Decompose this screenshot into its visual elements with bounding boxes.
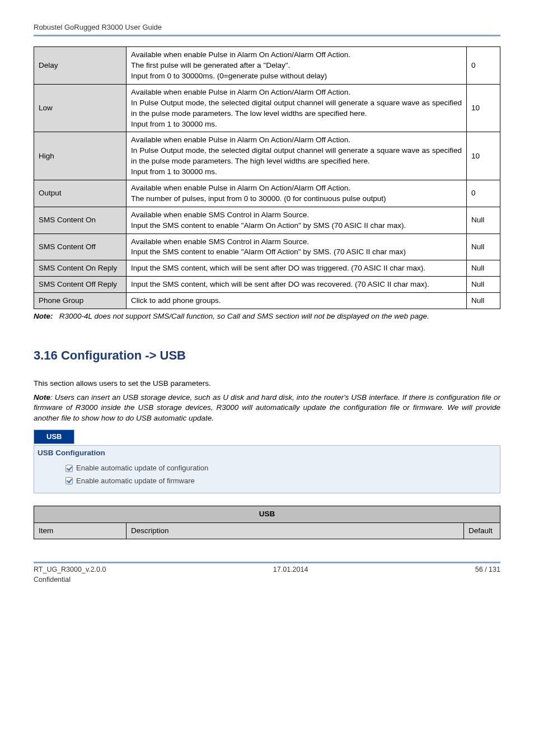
usb-tab[interactable]: USB [34, 430, 74, 444]
usb-table: USB Item Description Default [34, 506, 500, 540]
row-default: 0 [467, 47, 500, 85]
row-label: High [34, 132, 127, 180]
row-label: Low [34, 84, 127, 132]
table-row: Low Available when enable Pulse in Alarm… [34, 84, 500, 132]
checkbox-icon[interactable] [65, 477, 73, 484]
row-label: SMS Content On [34, 207, 127, 234]
table-row: Delay Available when enable Pulse in Ala… [34, 47, 500, 85]
note-text: Note: R3000-4L does not support SMS/Call… [34, 311, 500, 322]
row-desc: Available when enable Pulse in Alarm On … [127, 47, 467, 85]
row-default: Null [467, 277, 500, 293]
usb-tab-row: USB [34, 430, 500, 444]
header-rule [34, 35, 500, 36]
usb-config-title: USB Configuration [38, 448, 496, 459]
usb-table-subheader-row: Item Description Default [34, 522, 500, 539]
row-desc: Available when enable SMS Control in Ala… [127, 234, 467, 260]
footer-version: RT_UG_R3000_v.2.0.0 [34, 566, 106, 573]
row-desc: Input the SMS content, which will be sen… [127, 277, 467, 293]
row-label: SMS Content Off Reply [34, 277, 127, 293]
row-desc: Available when enable Pulse in Alarm On … [127, 132, 467, 180]
checkbox-label: Enable automatic update of firmware [76, 476, 195, 486]
row-desc: Input the SMS content, which will be sen… [127, 260, 467, 277]
table-row: High Available when enable Pulse in Alar… [34, 132, 500, 180]
section-heading: 3.16 Configuration -> USB [34, 347, 500, 365]
row-default: Null [467, 234, 500, 260]
usb-table-header: USB [34, 506, 500, 522]
row-desc: Available when enable Pulse in Alarm On … [127, 84, 467, 132]
note-italic: R3000-4L does not support SMS/Call funct… [59, 312, 429, 320]
footer-date: 17.01.2014 [273, 565, 308, 585]
row-default: Null [467, 260, 500, 277]
row-desc: Available when enable Pulse in Alarm On … [127, 180, 467, 207]
usb-col-default: Default [464, 522, 500, 539]
footer-page: 56 / 131 [475, 565, 500, 585]
checkbox-row: Enable automatic update of configuration [65, 462, 496, 474]
row-default: Null [467, 293, 500, 309]
footer-left: RT_UG_R3000_v.2.0.0 Confidential [34, 565, 106, 585]
usb-col-desc: Description [127, 522, 464, 539]
table-row: Output Available when enable Pulse in Al… [34, 180, 500, 207]
row-default: Null [467, 207, 500, 234]
row-desc: Available when enable SMS Control in Ala… [127, 207, 467, 234]
checkbox-icon[interactable] [65, 465, 73, 472]
row-label: Output [34, 180, 127, 207]
row-label: Delay [34, 47, 127, 85]
checkbox-label: Enable automatic update of configuration [76, 463, 208, 473]
table-row: SMS Content On Reply Input the SMS conte… [34, 260, 500, 277]
row-default: 10 [467, 84, 500, 132]
footer-confidential: Confidential [34, 576, 71, 584]
table-row: Phone Group Click to add phone groups. N… [34, 293, 500, 309]
table-row: SMS Content On Available when enable SMS… [34, 207, 500, 234]
row-label: SMS Content On Reply [34, 260, 127, 277]
table-row: SMS Content Off Available when enable SM… [34, 234, 500, 260]
row-label: Phone Group [34, 293, 127, 309]
row-default: 0 [467, 180, 500, 207]
usb-table-header-row: USB [34, 506, 500, 522]
footer: RT_UG_R3000_v.2.0.0 Confidential 17.01.2… [34, 565, 500, 585]
row-label: SMS Content Off [34, 234, 127, 260]
row-default: 10 [467, 132, 500, 180]
body-para-note: Note: Users can insert an USB storage de… [34, 393, 500, 424]
params-table: Delay Available when enable Pulse in Ala… [34, 46, 500, 309]
table-row: SMS Content Off Reply Input the SMS cont… [34, 277, 500, 293]
row-desc: Click to add phone groups. [127, 293, 467, 309]
note2-bold: Note [34, 393, 50, 402]
doc-header: Robustel GoRugged R3000 User Guide [34, 22, 500, 32]
note-bold: Note: [34, 312, 53, 320]
usb-col-item: Item [34, 522, 127, 539]
checkbox-row: Enable automatic update of firmware [65, 475, 496, 487]
body-para: This section allows users to set the USB… [34, 379, 500, 389]
note2-text: : Users can insert an USB storage device… [34, 393, 500, 423]
usb-config-panel: USB Configuration Enable automatic updat… [34, 445, 500, 493]
footer-rule [34, 562, 500, 563]
